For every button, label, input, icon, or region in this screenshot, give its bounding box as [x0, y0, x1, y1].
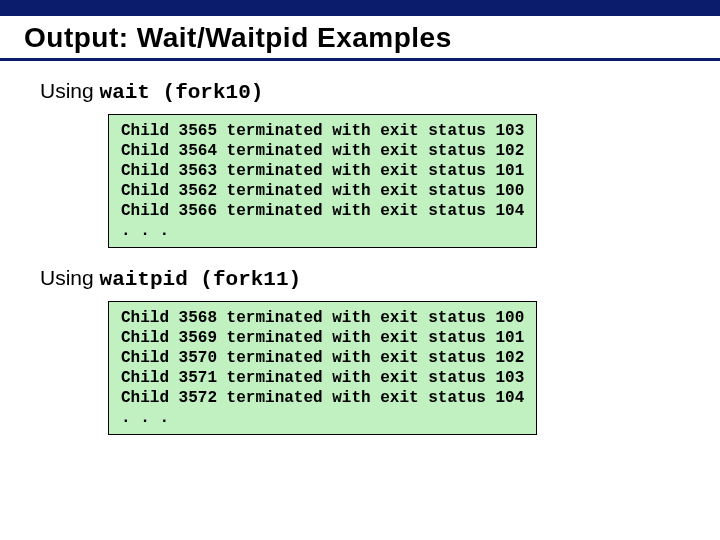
code-line: Child 3562 terminated with exit status 1…	[121, 181, 524, 201]
section-label-waitpid-mono: waitpid (fork11)	[100, 268, 302, 291]
code-line: Child 3564 terminated with exit status 1…	[121, 141, 524, 161]
code-line: Child 3566 terminated with exit status 1…	[121, 201, 524, 221]
code-line: . . .	[121, 221, 524, 241]
top-accent-bar	[0, 0, 720, 16]
code-line: Child 3569 terminated with exit status 1…	[121, 328, 524, 348]
code-line: Child 3563 terminated with exit status 1…	[121, 161, 524, 181]
code-line: Child 3568 terminated with exit status 1…	[121, 308, 524, 328]
code-line: Child 3572 terminated with exit status 1…	[121, 388, 524, 408]
section-label-waitpid: Using waitpid (fork11)	[40, 266, 720, 291]
code-line: Child 3570 terminated with exit status 1…	[121, 348, 524, 368]
code-line: Child 3571 terminated with exit status 1…	[121, 368, 524, 388]
page-title: Output: Wait/Waitpid Examples	[0, 16, 720, 61]
code-line: Child 3565 terminated with exit status 1…	[121, 121, 524, 141]
code-line: . . .	[121, 408, 524, 428]
content-area: Using wait (fork10) Child 3565 terminate…	[0, 61, 720, 435]
section-label-wait-prefix: Using	[40, 79, 100, 102]
codebox-waitpid: Child 3568 terminated with exit status 1…	[108, 301, 537, 435]
codebox-wait: Child 3565 terminated with exit status 1…	[108, 114, 537, 248]
section-label-wait-mono: wait (fork10)	[100, 81, 264, 104]
section-label-waitpid-prefix: Using	[40, 266, 100, 289]
section-label-wait: Using wait (fork10)	[40, 79, 720, 104]
